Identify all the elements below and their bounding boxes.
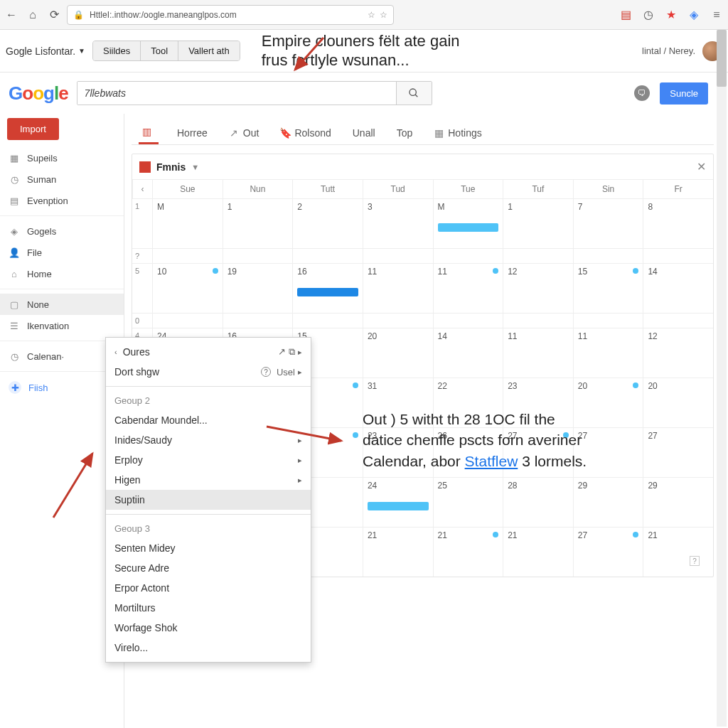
pin-icon[interactable]: ◈ [688, 9, 700, 21]
sidebar-item-suman[interactable]: ◷Suman [0, 168, 124, 190]
calendar-cell[interactable] [223, 249, 293, 263]
calendar-cell[interactable]: 21 [503, 528, 573, 577]
sidebar-item-ikenvation[interactable]: ☰Ikenvation [0, 315, 124, 336]
menu-icon[interactable]: ≡ [711, 9, 722, 21]
home-icon[interactable]: ⌂ [27, 9, 38, 21]
calendar-cell[interactable]: 1 [223, 199, 293, 248]
calendar-cell[interactable] [503, 314, 573, 328]
close-icon[interactable]: ✕ [697, 160, 706, 173]
sidebar-item-supeils[interactable]: ▦Supeils [0, 147, 124, 168]
sidebar-item-gogels[interactable]: ◈Gogels [0, 220, 124, 242]
primary-button[interactable]: Suncle [660, 82, 708, 105]
calendar-cell[interactable]: 28 [503, 478, 573, 527]
calendar-cell[interactable]: 14 [433, 328, 503, 378]
calendar-cell[interactable]: 21 [363, 528, 433, 577]
sidebar-item-home[interactable]: ⌂Home [0, 263, 124, 284]
calendar-cell[interactable]: 12 [643, 328, 713, 378]
back-icon[interactable]: ← [6, 9, 17, 21]
calendar-cell[interactable]: 11 [433, 264, 503, 313]
caret-down-icon[interactable]: ▼ [191, 163, 199, 171]
calendar-cell[interactable]: 27 [573, 528, 643, 577]
calendar-cell[interactable] [503, 249, 573, 263]
sidebar-item-file[interactable]: 👤File [0, 242, 124, 263]
side-badge[interactable]: ? [690, 556, 700, 566]
ctx-item[interactable]: Erpor Actont [106, 578, 311, 598]
timer-icon[interactable]: ◷ [643, 9, 654, 21]
calendar-cell[interactable]: 20 [363, 328, 433, 378]
calendar-cell[interactable]: 29 [573, 478, 643, 527]
event-bar[interactable] [297, 288, 358, 296]
tab-top[interactable]: Top [394, 121, 416, 144]
event-bar[interactable] [438, 223, 499, 232]
tab-hotings[interactable]: ▦Hotings [431, 121, 484, 144]
calendar-cell[interactable] [363, 249, 433, 263]
calendar-cell[interactable]: 14 [643, 264, 713, 313]
ctx-item[interactable]: Higen▸ [106, 470, 311, 490]
ctx-item[interactable]: Mortilturs [106, 598, 311, 618]
address-bar[interactable]: 🔒 HttleI:.inthow:/oogle.maneanglpos.com … [67, 5, 394, 25]
calendar-cell[interactable] [363, 314, 433, 328]
tab-horree[interactable]: Horree [174, 121, 210, 144]
calendar-cell[interactable]: 10 [152, 264, 223, 313]
sidebar-item-evenption[interactable]: ▤Evenption [0, 190, 124, 211]
calendar-cell[interactable] [433, 249, 503, 263]
reader-icon[interactable]: ▤ [620, 9, 631, 21]
calendar-cell[interactable]: 2 [292, 199, 363, 248]
tab-out[interactable]: ↗Out [226, 121, 262, 144]
ctx-item[interactable]: Suptiin [106, 490, 311, 510]
reload-icon[interactable]: ⟳ [48, 9, 60, 21]
annotation-link[interactable]: Statflew [465, 453, 518, 469]
calendar-cell[interactable] [433, 314, 503, 328]
search-button[interactable] [396, 82, 432, 105]
calendar-cell[interactable]: 29 [643, 478, 713, 527]
sidebar-item-none[interactable]: ▢None [0, 294, 124, 315]
calendar-cell[interactable]: 24 [363, 478, 433, 527]
import-button[interactable]: Import [7, 118, 59, 140]
calendar-cell[interactable]: M [152, 199, 223, 248]
calendar-cell[interactable]: 8 [643, 199, 713, 248]
pill-vallert[interactable]: Vallert ath [178, 41, 240, 60]
calendar-cell[interactable] [223, 314, 293, 328]
pill-slides[interactable]: Siildes [93, 41, 141, 60]
calendar-cell[interactable]: 11 [503, 328, 573, 378]
bookmark-icon[interactable]: ☆ [380, 10, 387, 20]
scrollbar[interactable] [717, 30, 727, 727]
calendar-cell[interactable]: 16 [292, 264, 363, 313]
calendar-cell[interactable]: 1 [503, 199, 573, 248]
calendar-cell[interactable] [152, 314, 223, 328]
ctx-header-icons[interactable]: ↗ ⧉▸ [278, 346, 302, 358]
ctx-item[interactable]: Secure Adre [106, 558, 311, 578]
ctx-item[interactable]: Virelo... [106, 638, 311, 658]
calendar-cell[interactable]: 15 [573, 264, 643, 313]
calendar-cell[interactable]: M [433, 199, 503, 248]
calendar-cell[interactable]: 19 [223, 264, 293, 313]
calendar-cell[interactable]: 12 [503, 264, 573, 313]
event-bar[interactable] [368, 502, 429, 510]
calendar-cell[interactable] [292, 249, 363, 263]
scroll-thumb[interactable] [717, 30, 727, 87]
calendar-cell[interactable] [152, 249, 223, 263]
notification-icon[interactable]: 🗨 [634, 85, 650, 101]
search-input[interactable] [77, 82, 396, 105]
prev-button[interactable]: ‹ [132, 180, 152, 198]
calendar-cell[interactable]: 11 [363, 264, 433, 313]
calendar-cell[interactable] [292, 314, 363, 328]
calendar-cell[interactable]: 21 [433, 528, 503, 577]
bookmark-outline-icon[interactable]: ☆ [368, 10, 375, 20]
ctx-dont-show[interactable]: Dort shgw ?Usel ▸ [106, 362, 311, 382]
star-icon[interactable]: ★ [665, 9, 677, 21]
calendar-cell[interactable] [643, 249, 713, 263]
calendar-cell[interactable] [573, 314, 643, 328]
calendar-cell[interactable]: 7 [573, 199, 643, 248]
calendar-cell[interactable] [573, 249, 643, 263]
tab-unall[interactable]: Unall [350, 121, 378, 144]
calendar-cell[interactable]: 25 [433, 478, 503, 527]
ctx-item[interactable]: Senten Midey [106, 538, 311, 558]
tab-rolsond[interactable]: 🔖Rolsond [277, 121, 333, 144]
tab-main[interactable]: ▥ [139, 121, 159, 144]
brand-dropdown[interactable]: Gogle Lisfontar. ▼ [6, 46, 85, 57]
calendar-cell[interactable] [643, 314, 713, 328]
chevron-left-icon[interactable]: ‹ [114, 348, 117, 356]
calendar-cell[interactable]: 3 [363, 199, 433, 248]
calendar-cell[interactable]: 11 [573, 328, 643, 378]
